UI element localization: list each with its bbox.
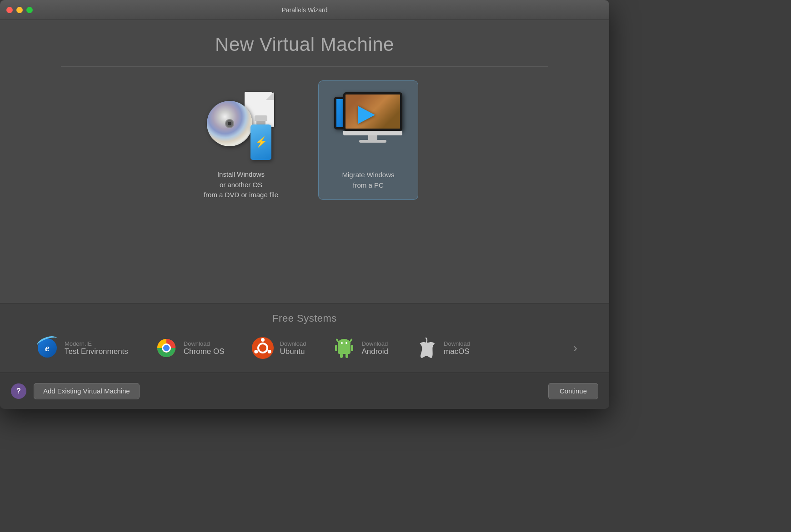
- svg-rect-20: [345, 353, 348, 358]
- svg-rect-17: [335, 345, 337, 351]
- chrome-icon: [155, 337, 177, 359]
- android-icon: [333, 337, 355, 359]
- window-title: Parallels Wizard: [281, 6, 327, 14]
- chrome-os-text: Download Chrome OS: [184, 340, 225, 356]
- ubuntu-top: Download: [280, 340, 306, 347]
- svg-point-12: [350, 339, 352, 341]
- free-item-chrome-os[interactable]: Download Chrome OS: [142, 333, 238, 363]
- android-top: Download: [361, 340, 388, 347]
- chrome-os-name: Chrome OS: [184, 347, 225, 356]
- modern-ie-text: Modern.IE Test Environments: [65, 340, 128, 356]
- svg-point-3: [163, 345, 170, 351]
- svg-rect-19: [340, 353, 343, 358]
- free-systems-title: Free Systems: [0, 313, 609, 324]
- nvm-section: New Virtual Machine: [0, 20, 609, 303]
- install-os-option[interactable]: ⚡ Install Windows or another OS from a D…: [191, 80, 291, 209]
- bottom-bar: ? Add Existing Virtual Machine Continue: [0, 373, 609, 409]
- window-controls: [6, 7, 33, 13]
- svg-point-15: [341, 342, 343, 344]
- apple-name: macOS: [444, 347, 470, 356]
- scroll-right-arrow[interactable]: ›: [564, 341, 586, 355]
- modern-ie-top: Modern.IE: [65, 340, 128, 347]
- chrome-os-top: Download: [184, 340, 225, 347]
- apple-icon: [416, 337, 437, 359]
- continue-button[interactable]: Continue: [548, 383, 598, 399]
- migrate-windows-option[interactable]: ⊞: [318, 80, 418, 200]
- ubuntu-name: Ubuntu: [280, 347, 306, 356]
- ubuntu-text: Download Ubuntu: [280, 340, 306, 356]
- migrate-windows-label: Migrate Windowsfrom a PC: [342, 170, 394, 190]
- main-content: New Virtual Machine: [0, 20, 609, 373]
- nvm-options: ⚡ Install Windows or another OS from a D…: [191, 80, 418, 209]
- add-existing-vm-button[interactable]: Add Existing Virtual Machine: [34, 383, 140, 399]
- svg-point-14: [338, 339, 350, 348]
- svg-point-7: [267, 350, 271, 353]
- free-item-apple[interactable]: Download macOS: [402, 333, 484, 363]
- svg-point-8: [254, 350, 258, 353]
- titlebar: Parallels Wizard: [0, 0, 609, 20]
- free-item-ubuntu[interactable]: Download Ubuntu: [238, 333, 320, 363]
- svg-point-16: [345, 342, 347, 344]
- nvm-divider: [61, 66, 548, 67]
- migrate-windows-icon: ⊞: [334, 90, 402, 163]
- android-text: Download Android: [361, 340, 388, 356]
- modern-ie-name: Test Environments: [65, 347, 128, 356]
- free-systems-list: e Modern.IE Test Environments: [0, 333, 609, 363]
- maximize-button[interactable]: [26, 7, 33, 13]
- install-os-label: Install Windows or another OS from a DVD…: [204, 169, 278, 200]
- ie-icon: e: [36, 337, 58, 359]
- help-button[interactable]: ?: [11, 383, 26, 399]
- free-systems-section: Free Systems e Modern.IE Test Environmen…: [0, 303, 609, 373]
- install-os-icon: ⚡: [207, 89, 275, 162]
- free-item-android[interactable]: Download Android: [320, 333, 402, 363]
- apple-top: Download: [444, 340, 470, 347]
- minimize-button[interactable]: [16, 7, 23, 13]
- close-button[interactable]: [6, 7, 13, 13]
- svg-point-10: [336, 339, 338, 341]
- svg-point-6: [261, 338, 265, 342]
- android-name: Android: [361, 347, 388, 356]
- nvm-title: New Virtual Machine: [215, 34, 394, 55]
- svg-rect-18: [351, 345, 353, 351]
- apple-text: Download macOS: [444, 340, 470, 356]
- free-item-modern-ie[interactable]: e Modern.IE Test Environments: [23, 333, 142, 363]
- ubuntu-icon: [252, 337, 274, 359]
